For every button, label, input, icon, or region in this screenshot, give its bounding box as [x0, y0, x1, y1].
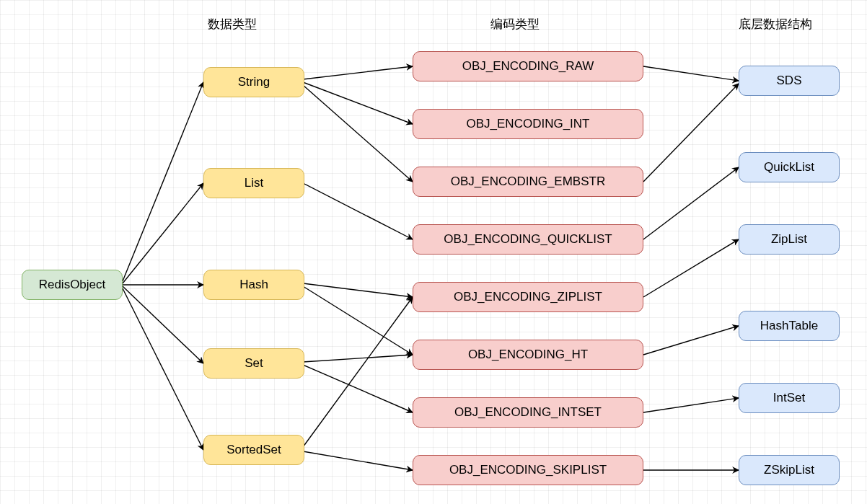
node-enc-raw: OBJ_ENCODING_RAW	[413, 51, 643, 81]
node-label: OBJ_ENCODING_SKIPLIST	[449, 463, 607, 477]
svg-line-7	[303, 85, 413, 182]
node-enc-ziplist: OBJ_ENCODING_ZIPLIST	[413, 282, 643, 312]
svg-line-18	[643, 239, 739, 297]
svg-line-20	[643, 398, 739, 412]
node-label: OBJ_ENCODING_HT	[468, 348, 588, 362]
svg-line-11	[303, 355, 413, 362]
node-label: OBJ_ENCODING_RAW	[462, 59, 594, 74]
node-label: OBJ_ENCODING_EMBSTR	[451, 174, 605, 189]
node-struct-quicklist: QuickList	[739, 152, 840, 182]
node-struct-hashtable: HashTable	[739, 311, 840, 341]
svg-line-15	[643, 66, 739, 81]
svg-line-0	[123, 82, 203, 281]
svg-line-17	[643, 167, 739, 239]
node-label: HashTable	[760, 319, 818, 333]
node-label: SDS	[777, 74, 802, 88]
node-struct-intset: IntSet	[739, 383, 840, 413]
node-struct-sds: SDS	[739, 66, 840, 96]
node-label: ZipList	[771, 232, 807, 247]
header-structure: 底层数据结构	[739, 16, 812, 32]
svg-line-14	[303, 451, 413, 470]
node-label: String	[238, 75, 270, 89]
node-label: OBJ_ENCODING_ZIPLIST	[454, 290, 602, 304]
svg-line-4	[123, 288, 203, 450]
diagram-canvas: 数据类型 编码类型 底层数据结构 RedisObject String List…	[0, 0, 867, 504]
svg-line-19	[643, 326, 739, 355]
node-label: OBJ_ENCODING_QUICKLIST	[444, 232, 612, 247]
node-label: RedisObject	[39, 278, 106, 292]
svg-line-16	[643, 84, 739, 182]
node-label: IntSet	[773, 391, 805, 405]
svg-line-12	[303, 365, 413, 412]
node-label: QuickList	[764, 160, 814, 174]
svg-line-5	[303, 66, 413, 79]
node-struct-zskiplist: ZSkipList	[739, 455, 840, 485]
node-struct-ziplist: ZipList	[739, 224, 840, 255]
svg-line-1	[123, 183, 203, 283]
svg-line-10	[303, 286, 413, 355]
node-enc-embstr: OBJ_ENCODING_EMBSTR	[413, 167, 643, 197]
svg-line-9	[303, 283, 413, 297]
svg-line-3	[123, 286, 203, 363]
svg-line-8	[303, 183, 413, 239]
node-label: Set	[245, 356, 263, 371]
node-type-list: List	[203, 168, 304, 198]
node-label: SortedSet	[226, 443, 281, 457]
node-label: OBJ_ENCODING_INT	[467, 117, 590, 131]
svg-line-6	[303, 82, 413, 124]
node-label: Hash	[239, 278, 268, 292]
node-type-sortedset: SortedSet	[203, 435, 304, 465]
node-label: OBJ_ENCODING_INTSET	[454, 405, 602, 420]
node-label: ZSkipList	[764, 463, 814, 477]
node-type-string: String	[203, 67, 304, 97]
node-type-set: Set	[203, 348, 304, 379]
node-enc-int: OBJ_ENCODING_INT	[413, 109, 643, 139]
node-enc-skiplist: OBJ_ENCODING_SKIPLIST	[413, 455, 643, 485]
node-enc-intset: OBJ_ENCODING_INTSET	[413, 397, 643, 428]
header-data-type: 数据类型	[208, 16, 257, 32]
svg-line-13	[303, 297, 413, 447]
node-redisobject: RedisObject	[22, 270, 123, 300]
node-label: List	[245, 176, 263, 190]
node-enc-quicklist: OBJ_ENCODING_QUICKLIST	[413, 224, 643, 255]
node-type-hash: Hash	[203, 270, 304, 300]
node-enc-ht: OBJ_ENCODING_HT	[413, 340, 643, 370]
header-encoding-type: 编码类型	[490, 16, 540, 32]
